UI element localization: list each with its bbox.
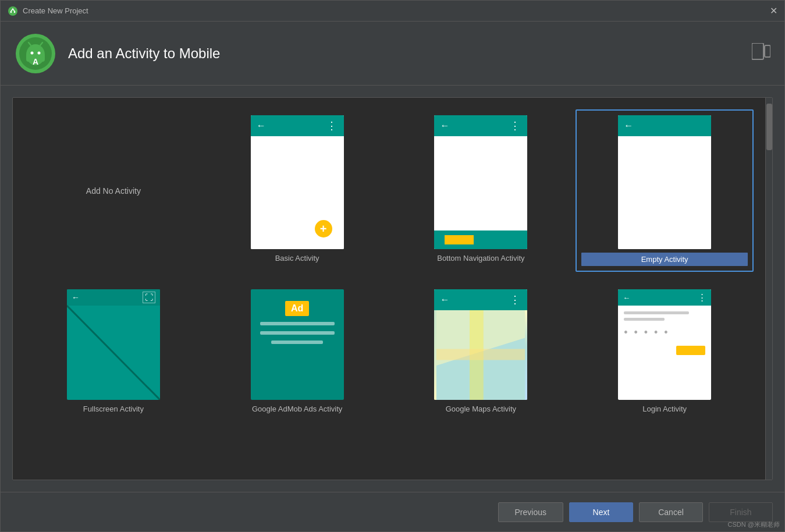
diagonal-line-icon	[67, 289, 160, 400]
svg-text:A: A	[33, 57, 38, 66]
login-line-1	[624, 311, 689, 314]
svg-point-7	[31, 51, 34, 54]
activity-item-fullscreen[interactable]: ← ⛶ Fullscreen Activity	[24, 283, 203, 419]
svg-rect-19	[436, 349, 525, 360]
login-btn-mockup	[676, 346, 705, 355]
content-area: Add No Activity ← ⋮ + Basic Activity	[1, 86, 784, 492]
ad-activity-label: Google AdMob Ads Activity	[252, 405, 342, 413]
svg-point-8	[38, 51, 41, 54]
empty-mockup: ←	[618, 115, 711, 249]
password-dots: • • • • •	[624, 327, 670, 338]
dialog-title: Create New Project	[23, 6, 88, 15]
overflow-icon: ⋮	[510, 119, 521, 132]
fab-icon: +	[315, 220, 332, 237]
basic-mockup: ← ⋮ +	[251, 115, 344, 249]
activity-grid-wrapper: Add No Activity ← ⋮ + Basic Activity	[12, 97, 773, 480]
close-button[interactable]: ✕	[770, 6, 777, 16]
basic-activity-label: Basic Activity	[275, 254, 319, 263]
bottom-nav-indicator	[445, 235, 474, 244]
activity-item-bottom-nav[interactable]: ← ⋮ Bottom Navigation Activity	[392, 109, 570, 272]
activity-item-maps[interactable]: ← ⋮ 📍	[392, 283, 570, 419]
fullscreen-mockup: ← ⛶	[67, 289, 160, 400]
svg-line-14	[67, 306, 160, 400]
watermark: CSDN @米糊老师	[728, 520, 780, 529]
android-studio-icon	[8, 6, 18, 16]
svg-rect-12	[752, 43, 763, 59]
maps-mockup: ← ⋮ 📍	[434, 289, 527, 400]
svg-point-0	[8, 6, 17, 16]
back-arrow-icon: ←	[440, 120, 449, 131]
footer: Previous Next Cancel Finish	[1, 492, 784, 531]
scrollbar-thumb[interactable]	[766, 104, 772, 150]
activity-item-empty[interactable]: ← Empty Activity	[576, 109, 754, 272]
header-title: Add an Activity to Mobile	[68, 45, 740, 62]
svg-point-2	[14, 11, 15, 12]
activity-item-basic[interactable]: ← ⋮ + Basic Activity	[208, 109, 386, 272]
scrollbar[interactable]	[765, 98, 772, 480]
maps-label: Google Maps Activity	[446, 405, 516, 413]
previous-button[interactable]: Previous	[498, 502, 563, 522]
map-roads-svg	[434, 310, 527, 400]
login-mockup: ← ⋮ • • • • •	[618, 289, 711, 400]
bottom-nav-mockup: ← ⋮	[434, 115, 527, 249]
no-activity-label: Add No Activity	[86, 186, 141, 196]
ad-line-3	[271, 341, 324, 344]
empty-activity-label: Empty Activity	[581, 253, 748, 266]
finish-button: Finish	[709, 502, 773, 522]
svg-rect-13	[765, 45, 770, 57]
ad-mockup: Ad	[251, 289, 344, 400]
header: A Add an Activity to Mobile	[1, 22, 784, 86]
back-arrow-icon: ←	[257, 120, 266, 131]
fullscreen-label: Fullscreen Activity	[83, 405, 144, 413]
svg-point-1	[10, 11, 12, 12]
title-bar: Create New Project ✕	[1, 1, 784, 22]
overflow-icon: ⋮	[326, 119, 338, 132]
login-label: Login Activity	[642, 405, 687, 413]
ad-line-1	[260, 322, 335, 325]
dialog: Create New Project ✕ A Add an Activity t…	[0, 0, 785, 532]
back-arrow-icon: ←	[624, 120, 633, 131]
ad-line-2	[260, 331, 335, 335]
bottom-nav-label: Bottom Navigation Activity	[437, 254, 524, 263]
overflow-icon: ⋮	[510, 293, 521, 306]
next-button[interactable]: Next	[569, 502, 633, 522]
back-arrow-icon: ←	[440, 295, 449, 305]
activity-grid: Add No Activity ← ⋮ + Basic Activity	[13, 98, 765, 480]
login-line-2	[624, 318, 665, 321]
activity-item-login[interactable]: ← ⋮ • • • • • Login Activity	[576, 283, 754, 419]
android-logo: A	[15, 33, 56, 75]
layout-icon	[752, 43, 770, 64]
activity-item-ad[interactable]: Ad Google AdMob Ads Activity	[208, 283, 386, 419]
cancel-button[interactable]: Cancel	[639, 502, 703, 522]
ad-badge: Ad	[285, 301, 309, 316]
activity-item-no-activity[interactable]: Add No Activity	[24, 109, 203, 272]
title-bar-left: Create New Project	[8, 6, 88, 16]
